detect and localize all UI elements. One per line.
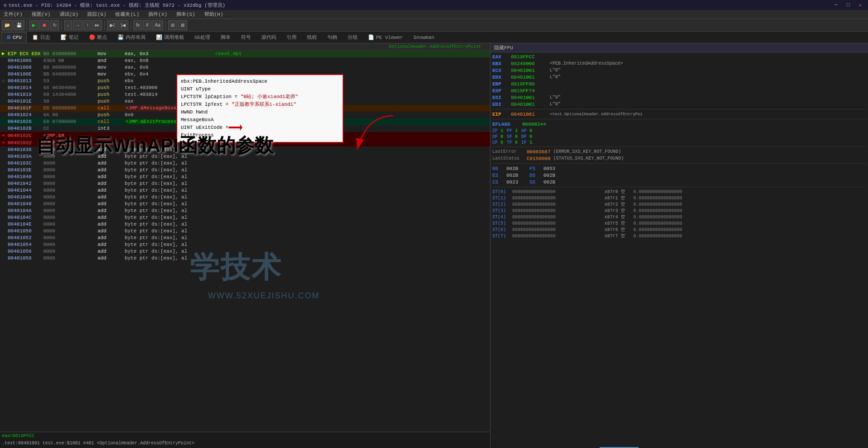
hdl-tab-label: 句柄 bbox=[327, 34, 337, 41]
toolbar-save[interactable]: 💾 bbox=[14, 20, 24, 30]
tab-notes[interactable]: 📝 笔记 bbox=[56, 32, 84, 43]
disasm-content[interactable]: OptionalHeader.AddressOfEntryPoint ► EIP… bbox=[0, 43, 490, 432]
fpu-row-1: ST(1) 0000000000000000 x87r1 空 0.0000000… bbox=[492, 195, 866, 201]
table-row[interactable]: 0040104C 0000 add byte ptr ds:[eax], al bbox=[0, 214, 490, 221]
reg-last-status: LastStatus C0150008 (STATUS_SXS_KEY_NOT_… bbox=[492, 155, 866, 162]
disasm-header-comment: OptionalHeader.AddressOfEntryPoint bbox=[389, 44, 481, 49]
reg-row-edi[interactable]: EDI 00401001 L"0" bbox=[492, 101, 866, 108]
tab-callstack[interactable]: 📊 调用堆栈 bbox=[151, 32, 189, 43]
cs-tab-label: 调用堆栈 bbox=[164, 34, 184, 41]
table-row[interactable]: 0040103C 0000 add byte ptr ds:[eax], al bbox=[0, 160, 490, 167]
reg-row-eflags[interactable]: EFLAGS 00000244 bbox=[492, 121, 866, 127]
toolbar-open[interactable]: 📂 bbox=[2, 20, 13, 30]
reg-row-esp[interactable]: ESP 0019FF74 bbox=[492, 87, 866, 94]
table-row[interactable]: 00401052 0000 add byte ptr ds:[eax], al bbox=[0, 235, 490, 241]
mnem-col: mov bbox=[96, 51, 123, 57]
toolbar-restart[interactable]: ↻ bbox=[50, 20, 59, 30]
ann-line-7: UINT uExitCode = bbox=[181, 124, 339, 132]
toolbar-run[interactable]: ▶ bbox=[29, 20, 38, 30]
disasm-panel: OptionalHeader.AddressOfEntryPoint ► EIP… bbox=[0, 43, 491, 448]
table-row[interactable]: 00401006 83E0 0B and eax, 0xB bbox=[0, 57, 490, 64]
tab-pe-viewer[interactable]: 📄 PE Viewer bbox=[363, 32, 408, 43]
tab-log[interactable]: 📋 日志 bbox=[27, 32, 55, 43]
tab-threads[interactable]: 线程 bbox=[302, 32, 322, 43]
ann-line-1: ebx:PEB.InheritedAddressSpace bbox=[181, 78, 339, 85]
reg-row-eip[interactable]: EIP 00401001 <test.OptionalHeader.Addres… bbox=[492, 111, 866, 118]
table-row[interactable]: 0040104E 0000 add byte ptr ds:[eax], al bbox=[0, 221, 490, 228]
toolbar-step-into[interactable]: ↓ bbox=[64, 20, 72, 30]
table-row[interactable]: 00401044 0000 add byte ptr ds:[eax], al bbox=[0, 187, 490, 194]
toolbar-ascii[interactable]: Aa bbox=[152, 20, 163, 30]
menu-view[interactable]: 视图(V) bbox=[30, 10, 52, 18]
bp-tab-icon: 🔴 bbox=[89, 34, 95, 40]
reg-header: 隐藏FPU bbox=[491, 43, 868, 52]
toolbar-animate-into[interactable]: ▶| bbox=[107, 20, 118, 30]
reg-header-title: 隐藏FPU bbox=[494, 44, 513, 51]
bp-col: ► bbox=[0, 51, 6, 57]
reg-row-ecx[interactable]: ECX 00401001 L"0" bbox=[492, 67, 866, 74]
main-area: OptionalHeader.AddressOfEntryPoint ► EIP… bbox=[0, 43, 868, 448]
watermark-url: WWW.52XUEJISHU.COM bbox=[208, 291, 320, 301]
toolbar-patch[interactable]: ⊞ bbox=[168, 20, 177, 30]
tab-handles[interactable]: 句柄 bbox=[322, 32, 342, 43]
toolbar: 📂 💾 ▶ ⏹ ↻ ↓ → ↑ ⏭ ▶| |◀ fx # Aa ⊞ ⊠ bbox=[0, 19, 868, 32]
table-row[interactable]: 00401042 0000 add byte ptr ds:[eax], al bbox=[0, 180, 490, 187]
menu-trace[interactable]: 跟踪(G) bbox=[85, 10, 108, 18]
toolbar-step-over[interactable]: → bbox=[73, 20, 83, 30]
seg-reg-row-3: CS 0023 SS 002B bbox=[492, 179, 866, 185]
tab-cpu[interactable]: 🖥 CPU bbox=[1, 32, 27, 43]
table-row[interactable]: 00401048 0000 add byte ptr ds:[eax], al bbox=[0, 201, 490, 207]
ann-line-2: UINT uType bbox=[181, 85, 339, 93]
table-row[interactable]: 00401008 B8 00000000 mov eax, 0x0 bbox=[0, 64, 490, 71]
menu-help[interactable]: 帮助(H) bbox=[203, 10, 225, 18]
menu-file[interactable]: 文件(F) bbox=[2, 10, 24, 18]
table-row[interactable]: 00401040 0000 add byte ptr ds:[eax], al bbox=[0, 174, 490, 180]
bp-tab-label: 断点 bbox=[97, 34, 107, 41]
tab-se[interactable]: SE处理 bbox=[189, 32, 215, 43]
reg-row-esi[interactable]: ESI 00401001 L"0" bbox=[492, 94, 866, 101]
toolbar-animate-over[interactable]: |◀ bbox=[118, 20, 129, 30]
red-arrow-graphic bbox=[344, 113, 398, 154]
table-row[interactable]: ► EIP ECX EDX B8 03000000 mov eax, 0x3 <… bbox=[0, 51, 490, 57]
toolbar-step-out[interactable]: ↑ bbox=[84, 20, 91, 30]
tab-references[interactable]: 引用 bbox=[282, 32, 302, 43]
seg-reg-row-2: ES 002B DS 002B bbox=[492, 172, 866, 179]
cpu-tab-icon: 🖥 bbox=[6, 34, 11, 40]
minimize-btn[interactable]: ─ bbox=[832, 2, 840, 8]
toolbar-hex[interactable]: # bbox=[143, 20, 151, 30]
menu-script[interactable]: 脚本(S) bbox=[175, 10, 197, 18]
toolbar-close[interactable]: ⊠ bbox=[178, 20, 187, 30]
notes-tab-label: 笔记 bbox=[69, 34, 79, 41]
toolbar-run-to-cursor[interactable]: ⏭ bbox=[92, 20, 102, 30]
tab-symbols[interactable]: 符号 bbox=[236, 32, 256, 43]
table-row[interactable]: 00401046 0000 add byte ptr ds:[eax], al bbox=[0, 194, 490, 201]
reg-row-eax[interactable]: EAX 0019FFCC bbox=[492, 53, 866, 60]
maximize-btn[interactable]: □ bbox=[844, 2, 853, 8]
toolbar-expression[interactable]: fx bbox=[133, 20, 142, 30]
ops-col: eax, 0x3 bbox=[123, 51, 214, 57]
table-row[interactable]: 0040104A 0000 add byte ptr ds:[eax], al bbox=[0, 207, 490, 214]
grp-tab-label: 分组 bbox=[348, 34, 358, 41]
menu-plugins[interactable]: 插件(X) bbox=[146, 10, 169, 18]
menu-debug[interactable]: 调试(D) bbox=[58, 10, 80, 18]
tab-source[interactable]: 源代码 bbox=[256, 32, 281, 43]
tab-script[interactable]: 脚本 bbox=[216, 32, 236, 43]
tab-snowman[interactable]: Snowman bbox=[408, 32, 439, 43]
toolbar-stop[interactable]: ⏹ bbox=[39, 20, 49, 30]
close-btn[interactable]: ✕ bbox=[856, 2, 864, 8]
tab-breakpoints[interactable]: 🔴 断点 bbox=[84, 32, 112, 43]
ann-line-6: MessageBoxA bbox=[181, 116, 339, 124]
menu-bookmarks[interactable]: 收藏夹(L) bbox=[113, 10, 141, 18]
tab-memory[interactable]: 💾 内存布局 bbox=[113, 32, 151, 43]
reg-row-edx[interactable]: EDX 00401001 L"0" bbox=[492, 74, 866, 80]
fpu-row-2: ST(2) 0000000000000000 x87r2 空 0.0000000… bbox=[492, 201, 866, 207]
table-row[interactable]: 00401050 0000 add byte ptr ds:[eax], al bbox=[0, 228, 490, 235]
reg-row-ebx[interactable]: EBX 00249000 <PEB.InheritedAddressSpace> bbox=[492, 60, 866, 67]
thr-tab-label: 线程 bbox=[307, 34, 317, 41]
bytes-col: B8 03000000 bbox=[42, 51, 96, 57]
reg-row-ebp[interactable]: EBP 0019FF80 bbox=[492, 80, 866, 87]
tab-grouping[interactable]: 分组 bbox=[343, 32, 363, 43]
table-row[interactable]: 0040103E 0000 add byte ptr ds:[eax], al bbox=[0, 167, 490, 174]
chinese-text-overlay: 自动显示WinAPI函数的参数 bbox=[36, 133, 274, 158]
fpu-row-4: ST(4) 0000000000000000 x87r4 空 0.0000000… bbox=[492, 214, 866, 220]
